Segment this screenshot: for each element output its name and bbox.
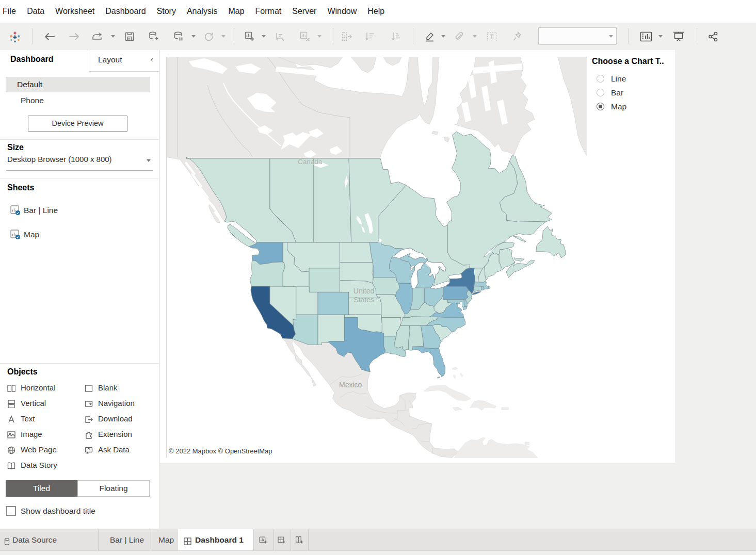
svg-text:United: United bbox=[353, 287, 374, 295]
svg-text:Canada: Canada bbox=[298, 158, 323, 166]
svg-text:States: States bbox=[353, 296, 374, 304]
svg-text:Mexico: Mexico bbox=[339, 381, 362, 389]
